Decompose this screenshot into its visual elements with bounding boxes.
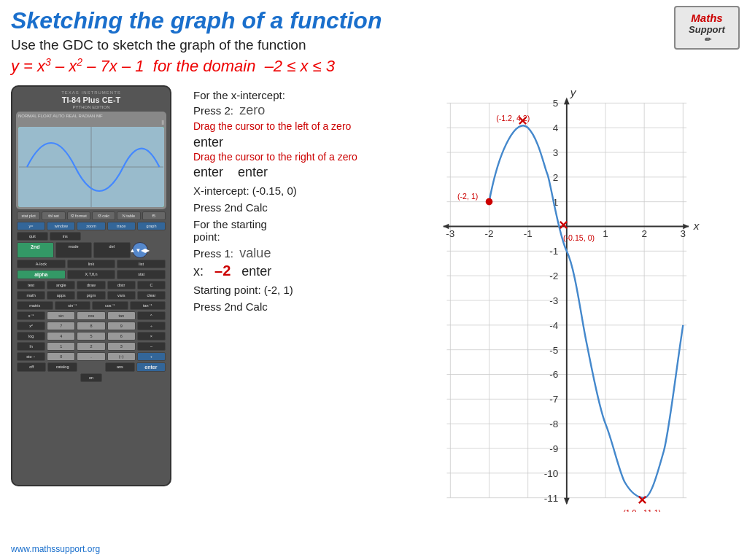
svg-text:5: 5	[553, 98, 559, 109]
main-area: TEXAS INSTRUMENTS TI-84 Plus CE-T PYTHON…	[11, 82, 736, 515]
calc-7: 7	[47, 322, 75, 330]
point-start-label: (-2, 1)	[457, 192, 478, 201]
calc-statplot: stat plot	[17, 211, 40, 220]
calc-mul: ×	[137, 332, 166, 341]
calc-div: ÷	[137, 322, 166, 330]
calc-math2-row: math apps prgm vars clear	[16, 291, 166, 300]
press-1-line: Press 1: value	[193, 246, 383, 261]
calc-apps: apps	[47, 291, 75, 300]
calc-vars: vars	[107, 291, 136, 300]
equation-line: y = x3 – x2 – 7x – 1 for the domain –2 ≤…	[11, 56, 736, 76]
calc-matrix: matrix	[17, 301, 53, 310]
calc-math-row: test angle draw distr C	[16, 281, 166, 289]
starting-point-label: For the startingpoint:	[193, 218, 383, 243]
calc-test: test	[17, 281, 45, 289]
svg-text:-7: -7	[549, 394, 558, 405]
svg-text:-8: -8	[549, 419, 558, 429]
press-2-line: Press 2: zero	[193, 103, 383, 118]
calc-alock: A-lock	[17, 260, 66, 268]
svg-text:3: 3	[553, 147, 559, 158]
calc-window: window	[47, 222, 75, 230]
drag-right-label: Drag the cursor to the right of a zero	[193, 150, 383, 163]
calc-matrix-row: matrix sin⁻¹ cos⁻¹ tan⁻¹	[16, 301, 166, 310]
calc-del: del	[93, 242, 131, 258]
calc-link: link	[67, 260, 116, 268]
calc-model: TI-84 Plus CE-T	[16, 96, 166, 104]
svg-text:-5: -5	[549, 345, 558, 356]
calc-c: C	[137, 281, 166, 289]
point-min: ✕	[638, 494, 648, 508]
svg-text:-4: -4	[549, 320, 559, 331]
calc-format: f2 format	[67, 211, 90, 220]
calc-alpha: alpha	[17, 270, 66, 279]
calc-trace: trace	[107, 222, 136, 230]
x-intercept-result: X-intercept: (-0.15, 0)	[193, 184, 383, 197]
svg-text:-3: -3	[549, 295, 558, 306]
calc-num-row1: x² 7 8 9 ÷	[16, 322, 166, 330]
logo-line2: Support	[689, 24, 725, 35]
calc-ins: ins	[50, 232, 81, 241]
press-2nd-calc-1: Press 2nd Calc	[193, 201, 383, 214]
calc-on: on	[80, 373, 102, 382]
svg-marker-30	[564, 98, 570, 105]
svg-marker-31	[564, 498, 570, 505]
svg-text:-11: -11	[544, 493, 559, 504]
point-x-intercept: ✕	[558, 219, 568, 233]
calc-f5: f5	[142, 211, 166, 220]
calc-table: N table	[117, 211, 140, 220]
enter-1: enter	[193, 135, 383, 150]
calc-alpha2-row: alpha X,T,θ,n stat	[16, 270, 166, 279]
footer: www.mathssupport.org	[11, 544, 100, 554]
calc-screen	[18, 127, 164, 207]
calc-y=: y=	[17, 222, 45, 230]
svg-text:1: 1	[603, 228, 608, 239]
calc-sto: sto→	[17, 352, 45, 361]
svg-text:2: 2	[553, 172, 559, 183]
calc-mode: mode	[55, 242, 93, 258]
calc-bottom-row: off catalog ans enter	[16, 362, 166, 372]
calculator-area: TEXAS INSTRUMENTS TI-84 Plus CE-T PYTHON…	[11, 82, 186, 515]
calc-nav-btn: ▲▼◀▶	[132, 242, 148, 258]
press-2-value: zero	[239, 103, 265, 117]
calc-clear: clear	[137, 291, 166, 300]
svg-text:-1: -1	[549, 246, 558, 257]
svg-text:-10: -10	[544, 468, 559, 479]
x-value: –2	[214, 262, 231, 279]
calc-5: 5	[77, 332, 105, 341]
calc-2nd-row: 2nd mode del ▲▼◀▶	[16, 242, 166, 258]
calc-log: log	[17, 332, 45, 341]
calc-on-row: on	[16, 373, 166, 382]
point-min-label: (1.9, -11.1)	[623, 508, 661, 512]
svg-text:2: 2	[641, 228, 647, 239]
svg-text:-3: -3	[446, 228, 454, 239]
calc-screen-area: NORMAL FLOAT AUTO REAL RADIAN MF ▮	[16, 112, 166, 209]
calc-tan: tan	[107, 311, 136, 320]
svg-text:-2: -2	[549, 271, 558, 281]
logo: Maths Support ✏	[674, 6, 740, 50]
page-container: Maths Support ✏ Sketching the graph of a…	[0, 0, 747, 560]
calc-zoom: zoom	[77, 222, 105, 230]
svg-text:4: 4	[553, 122, 559, 133]
calc-brand: TEXAS INSTRUMENTS	[16, 90, 166, 95]
calc-alpha-row: A-lock link list	[16, 260, 166, 268]
page-subtitle: Use the GDC to sketch the graph of the f…	[11, 37, 736, 53]
calc-num-row4: sto→ 0 . (–) +	[16, 352, 166, 361]
point-x-intercept-max-label: (-1.2, 4.2)	[496, 114, 530, 122]
calc-mode: NORMAL FLOAT AUTO REAL RADIAN MF	[18, 114, 103, 118]
calc-dot: .	[77, 352, 105, 361]
calc-trig-row: x⁻¹ sin cos tan ^	[16, 311, 166, 320]
calc-tan-1: tan⁻¹	[130, 301, 166, 310]
calc-graph-display	[18, 127, 164, 207]
calc-9: 9	[107, 322, 136, 330]
calc-sin: sin	[47, 311, 75, 320]
point-x-intercept-label: (-0.15, 0)	[563, 233, 595, 242]
x-enter: enter	[241, 264, 271, 279]
calc-enter: enter	[136, 362, 166, 372]
calc-add: +	[137, 352, 166, 361]
logo-line1: Maths	[691, 12, 722, 24]
svg-text:-9: -9	[549, 443, 558, 454]
coordinate-graph: -3 -2 -1 1 2 3 5 4 3 2 1 -1 -2 -3 -4 -5 …	[390, 89, 736, 512]
calc-4: 4	[47, 332, 75, 341]
calc-prgm: prgm	[77, 291, 105, 300]
calc-off: off	[17, 362, 46, 372]
